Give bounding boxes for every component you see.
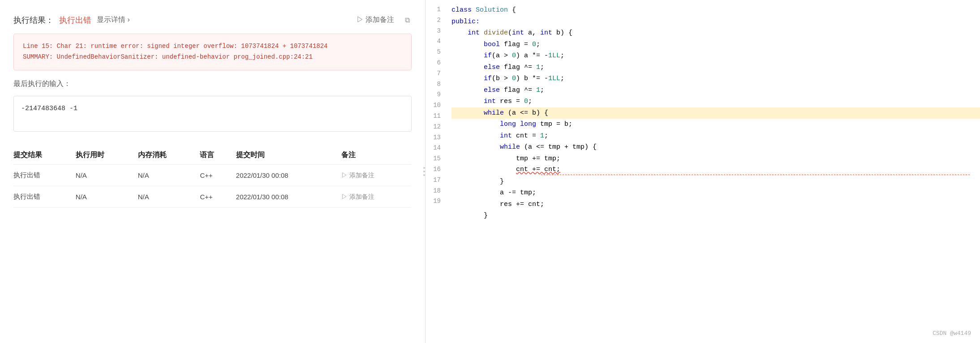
table-body: 执行出错N/AN/AC++2022/01/30 00:08▷ 添加备注执行出错N… (13, 164, 412, 207)
code-token (451, 153, 516, 165)
code-token: } (451, 176, 504, 188)
line-number: 11 (426, 111, 448, 122)
code-token: { (512, 4, 516, 16)
code-token (451, 62, 484, 73)
code-token: a, (528, 27, 540, 39)
note-button[interactable]: ▷ 添加备注 (341, 172, 374, 180)
error-underline (541, 174, 971, 175)
code-token: ; (540, 85, 544, 96)
code-line: class Solution { (451, 4, 980, 16)
code-line: while (a <= tmp + tmp) { (451, 141, 980, 153)
table-header-cell: 内存消耗 (138, 146, 200, 165)
line-number: 14 (426, 143, 448, 154)
code-line: else flag ^= 1; (451, 62, 980, 73)
code-line: } (451, 210, 980, 222)
code-line: tmp += tmp; (451, 153, 980, 165)
table-cell: C++ (200, 164, 236, 186)
line-number: 9 (426, 90, 448, 100)
code-token (451, 187, 500, 199)
table-cell: 2022/01/30 00:08 (236, 186, 341, 207)
table-header-cell: 语言 (200, 146, 236, 165)
code-token: 0 (512, 50, 516, 62)
code-token: else (484, 62, 504, 73)
code-token: (a <= b) { (508, 107, 548, 119)
result-status: 执行出错 (59, 15, 91, 26)
code-token: ; (544, 130, 548, 142)
code-token: while (484, 107, 508, 119)
table-header-cell: 执行用时 (76, 146, 138, 165)
divider-dot (423, 171, 425, 172)
code-token: tmp = b; (540, 119, 572, 130)
code-token: flag ^= (504, 85, 536, 96)
code-line: int res = 0; (451, 96, 980, 107)
add-note-button[interactable]: ▷ 添加备注 (353, 13, 398, 26)
code-token: (a > (492, 50, 512, 62)
code-token (451, 85, 484, 96)
line-number: 1 (426, 4, 448, 15)
table-header-cell: 提交时间 (236, 146, 341, 165)
code-token: 0 (532, 39, 536, 51)
code-token: Solution (476, 4, 512, 16)
code-token (451, 39, 484, 51)
result-header: 执行结果： 执行出错 显示详情 › ▷ 添加备注 ⧉ (13, 13, 412, 26)
code-token: (b > (492, 73, 512, 85)
code-token: 1 (536, 62, 540, 73)
table-cell: C++ (200, 186, 236, 207)
code-token: } (451, 210, 488, 222)
code-token (451, 107, 484, 119)
watermark: CSDN @w4149 (933, 329, 971, 339)
table-header-cell: 备注 (341, 146, 412, 165)
line-number: 8 (426, 79, 448, 90)
code-line: } (451, 176, 980, 188)
code-line: a -= tmp; (451, 187, 980, 199)
code-token: res = (500, 96, 524, 107)
table-row: 执行出错N/AN/AC++2022/01/30 00:08▷ 添加备注 (13, 164, 412, 186)
code-token: ( (508, 27, 512, 39)
table-row: 执行出错N/AN/AC++2022/01/30 00:08▷ 添加备注 (13, 186, 412, 207)
code-token: 1LL (548, 50, 560, 62)
submissions-table: 提交结果执行用时内存消耗语言提交时间备注 执行出错N/AN/AC++2022/0… (13, 146, 412, 208)
line-number: 3 (426, 26, 448, 37)
note-cell: ▷ 添加备注 (341, 164, 412, 186)
code-token: ; (560, 73, 564, 85)
code-token: bool (484, 39, 504, 51)
code-token (451, 73, 484, 85)
code-token: 1 (536, 85, 540, 96)
code-line: if(b > 0) b *= -1LL; (451, 73, 980, 85)
line-number: 13 (426, 133, 448, 143)
table-cell: 2022/01/30 00:08 (236, 164, 341, 186)
code-token: while (500, 141, 524, 153)
divider-dot (423, 174, 425, 176)
copy-button[interactable]: ⧉ (403, 14, 412, 26)
code-token: ) b *= - (516, 73, 548, 85)
code-line: res += cnt; (451, 199, 980, 210)
table-cell: 执行出错 (13, 186, 76, 207)
code-token: int (540, 27, 556, 39)
code-token (451, 119, 500, 130)
code-token: 1 (540, 130, 544, 142)
detail-link[interactable]: 显示详情 › (97, 15, 130, 25)
code-token: if (484, 50, 492, 62)
code-content[interactable]: class Solution {public: int divide(int a… (448, 0, 980, 343)
code-token: int (512, 27, 528, 39)
code-token: flag ^= (504, 62, 536, 73)
code-token: ; (536, 39, 540, 51)
line-number: 5 (426, 47, 448, 58)
code-token (451, 199, 500, 210)
note-button[interactable]: ▷ 添加备注 (341, 193, 374, 201)
code-token (451, 96, 484, 107)
code-token: if (484, 73, 492, 85)
input-value: -2147483648 -1 (21, 103, 404, 115)
note-cell: ▷ 添加备注 (341, 186, 412, 207)
code-token: 1LL (548, 73, 560, 85)
line-number: 15 (426, 154, 448, 164)
code-area: 12345678910111213141516171819 class Solu… (426, 0, 980, 343)
code-token: 0 (512, 73, 516, 85)
line-number: 2 (426, 15, 448, 26)
error-box: Line 15: Char 21: runtime error: signed … (13, 34, 412, 70)
result-label: 执行结果： (13, 15, 54, 26)
line-number: 12 (426, 122, 448, 133)
code-token: ; (540, 62, 544, 73)
code-token (451, 141, 500, 153)
table-cell: N/A (76, 186, 138, 207)
